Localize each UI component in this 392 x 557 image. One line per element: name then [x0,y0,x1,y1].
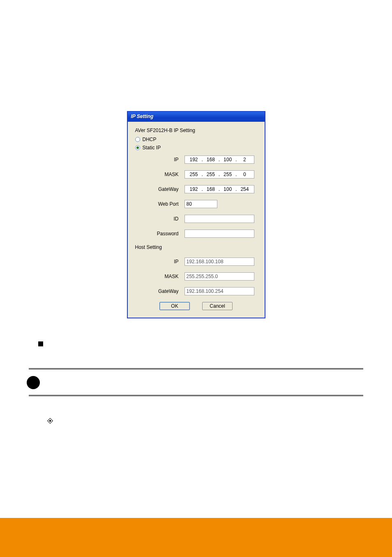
mask-row: MASK 255. 255. 255. 0 [152,170,257,179]
gateway-row: GateWay 192. 168. 100. 254 [152,185,257,193]
radio-static-row[interactable]: Static IP [135,145,257,151]
ip-input[interactable]: 192. 168. 100. 2 [184,155,254,164]
gateway-input[interactable]: 192. 168. 100. 254 [184,185,254,193]
host-mask-row: MASK 255.255.255.0 [152,272,257,281]
device-section-label: AVer SF2012H-B IP Setting [135,128,257,133]
hidden-text-1: ' [222,44,223,51]
gateway-label: GateWay [152,186,184,192]
host-form-area: IP 192.168.100.108 MASK 255.255.255.0 Ga… [135,258,257,295]
mask-input[interactable]: 255. 255. 255. 0 [184,170,254,179]
id-input[interactable] [184,215,254,223]
footer-bar [0,518,392,557]
hidden-text-system: system' [216,72,240,81]
divider-top [29,368,363,369]
id-row: ID [152,215,257,223]
ip-setting-dialog: IP Setting AVer SF2012H-B IP Setting DHC… [127,111,265,318]
host-gateway-label: GateWay [152,288,184,294]
host-gateway-row: GateWay 192.168.100.254 [152,287,257,295]
radio-dhcp-row[interactable]: DHCP [135,137,257,142]
ip-oct1[interactable]: 192 [188,157,199,162]
hidden-text-2: ' [181,57,182,63]
dialog-buttons: OK Cancel [135,302,257,310]
square-bullet-icon [38,341,43,346]
mask-label: MASK [152,172,184,177]
ip-row: IP 192. 168. 100. 2 [152,155,257,164]
host-mask-input[interactable]: 255.255.255.0 [184,272,254,281]
webport-input[interactable]: 80 [184,200,217,208]
document-page [0,0,392,41]
gw-oct2[interactable]: 168 [205,186,216,192]
host-ip-label: IP [152,259,184,265]
mask-oct2[interactable]: 255 [205,172,216,177]
hidden-text-3: – [212,57,214,63]
password-label: Password [152,231,184,237]
ip-oct2[interactable]: 168 [205,157,216,162]
radio-static[interactable] [135,145,140,150]
radio-dhcp-label: DHCP [143,137,157,142]
mask-oct3[interactable]: 255 [222,172,233,177]
password-row: Password [152,230,257,238]
id-label: ID [152,216,184,222]
mask-oct1[interactable]: 255 [188,172,199,177]
webport-row: Web Port 80 [152,200,257,208]
ip-oct3[interactable]: 100 [222,157,233,162]
radio-dhcp[interactable] [135,137,140,142]
dialog-titlebar[interactable]: IP Setting [128,112,265,122]
gw-oct3[interactable]: 100 [222,186,233,192]
host-section-label: Host Setting [135,244,257,250]
cancel-button[interactable]: Cancel [202,302,233,310]
host-mask-label: MASK [152,274,184,279]
mask-oct4[interactable]: 0 [239,172,250,177]
ip-oct4[interactable]: 2 [239,157,250,162]
diamond-icon [47,418,53,424]
device-form-area: IP 192. 168. 100. 2 MASK 255. 255. 255. … [135,155,257,238]
radio-static-label: Static IP [143,145,161,151]
divider-bottom [29,395,363,396]
host-ip-input[interactable]: 192.168.100.108 [184,258,254,266]
webport-label: Web Port [152,201,184,207]
dialog-body: AVer SF2012H-B IP Setting DHCP Static IP… [128,122,265,318]
circle-icon [27,376,40,389]
host-ip-row: IP 192.168.100.108 [152,258,257,266]
host-gateway-input[interactable]: 192.168.100.254 [184,287,254,295]
gw-oct4[interactable]: 254 [239,186,250,192]
ok-button[interactable]: OK [159,302,190,310]
password-input[interactable] [184,230,254,238]
ip-label: IP [152,157,184,162]
gw-oct1[interactable]: 192 [188,186,199,192]
